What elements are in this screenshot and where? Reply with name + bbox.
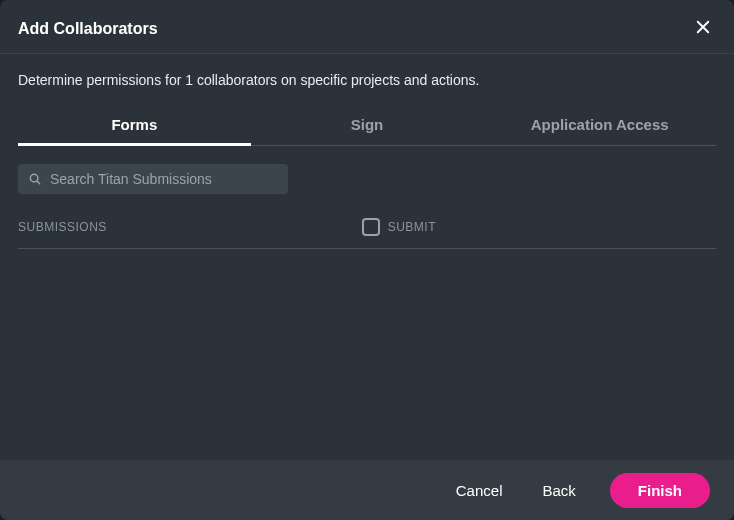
modal-footer: Cancel Back Finish [0, 460, 734, 520]
search-wrapper [18, 164, 288, 194]
cancel-button[interactable]: Cancel [450, 474, 509, 507]
tabs-container: Forms Sign Application Access [18, 106, 716, 146]
submit-checkbox[interactable] [362, 218, 380, 236]
modal-title: Add Collaborators [18, 20, 158, 38]
column-header-submissions: SUBMISSIONS [18, 220, 362, 234]
close-icon [694, 18, 712, 39]
modal-body: Determine permissions for 1 collaborator… [0, 54, 734, 460]
table-header: SUBMISSIONS SUBMIT [18, 218, 716, 249]
add-collaborators-modal: Add Collaborators Determine permissions … [0, 0, 734, 520]
column-header-submit: SUBMIT [388, 220, 436, 234]
modal-header: Add Collaborators [0, 0, 734, 54]
column-header-submit-group: SUBMIT [362, 218, 436, 236]
tab-sign[interactable]: Sign [251, 106, 484, 145]
finish-button[interactable]: Finish [610, 473, 710, 508]
tab-forms[interactable]: Forms [18, 106, 251, 145]
close-button[interactable] [690, 14, 716, 43]
tab-application-access[interactable]: Application Access [483, 106, 716, 145]
search-input[interactable] [18, 164, 288, 194]
back-button[interactable]: Back [536, 474, 581, 507]
modal-description: Determine permissions for 1 collaborator… [18, 72, 716, 88]
